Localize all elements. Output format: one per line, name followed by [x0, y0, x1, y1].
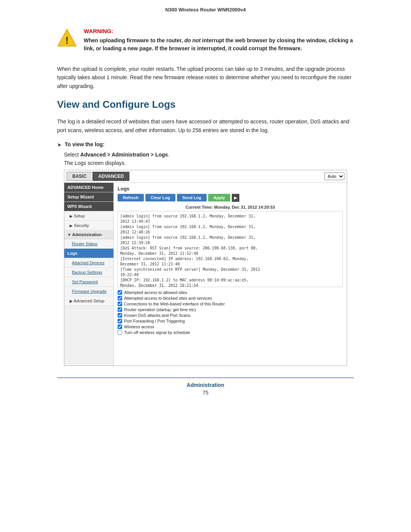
checkbox-dos-attacks-label: Known DoS attacks and Port Scans: [124, 313, 190, 318]
warning-label: WARNING:: [84, 28, 354, 34]
footer-page-number: 75: [57, 390, 354, 396]
section-heading: View and Configure Logs: [57, 99, 354, 110]
checkbox-allowed-sites-label: Attempted access to allowed sites: [124, 290, 187, 295]
tab-basic[interactable]: BASIC: [67, 172, 92, 181]
sidebar-item-attached-devices[interactable]: Attached Devices: [64, 258, 113, 268]
router-ui: BASIC ADVANCED Auto ADVANCED Home Setup …: [64, 170, 347, 366]
checkbox-allowed-sites-input[interactable]: [118, 290, 122, 295]
bullet-arrow-icon: ➤: [57, 142, 62, 148]
auto-select[interactable]: Auto: [324, 173, 344, 180]
checkbox-web-interface-label: Connections to the Web-based interface o…: [124, 302, 225, 306]
router-topnav: BASIC ADVANCED Auto: [64, 170, 347, 183]
instruction-text: To view the log:: [65, 141, 105, 147]
select-instruction: Select Advanced > Administration > Logs.: [64, 152, 354, 158]
checkbox-web-interface-input[interactable]: [118, 302, 122, 306]
checkbox-blocked-sites: Attempted access to blocked sites and se…: [118, 296, 343, 300]
checkbox-dos-attacks: Known DoS attacks and Port Scans: [118, 313, 343, 318]
router-body: ADVANCED Home Setup Wizard WPS Wizard ▶ …: [64, 183, 347, 366]
sidebar-item-setup[interactable]: ▶ Setup: [64, 211, 113, 221]
checkbox-port-forwarding: Port Forwarding / Port Triggering: [118, 319, 343, 323]
logs-title: Logs: [118, 186, 343, 192]
select-suffix: .: [168, 152, 169, 158]
checkbox-router-operation-input[interactable]: [118, 307, 122, 312]
checkbox-wireless-access: Wireless access: [118, 324, 343, 329]
sidebar-item-router-status[interactable]: Router Status: [64, 239, 113, 249]
warning-text: WARNING: When uploading firmware to the …: [84, 28, 354, 53]
sidebar-item-advanced-home[interactable]: ADVANCED Home: [64, 183, 113, 192]
footer-admin-label: Administration: [57, 382, 354, 388]
upload-paragraph: When the upload is complete, your router…: [57, 65, 354, 90]
select-prefix: Select: [64, 152, 80, 158]
apply-button[interactable]: Apply: [208, 194, 231, 201]
select-bold: Advanced > Administration > Logs: [80, 152, 168, 158]
router-sidebar: ADVANCED Home Setup Wizard WPS Wizard ▶ …: [64, 183, 114, 366]
send-log-button[interactable]: Send Log: [177, 194, 207, 201]
checkbox-dos-attacks-input[interactable]: [118, 313, 122, 318]
checkbox-wireless-schedule-input[interactable]: [118, 330, 122, 335]
warning-body: When uploading firmware to the router, d…: [84, 37, 354, 53]
checkbox-wireless-schedule: Turn off wireless signal by schedule: [118, 330, 343, 335]
refresh-button[interactable]: Refresh: [118, 194, 144, 201]
current-time: Current Time: Monday, Dec 31, 2012 14:20…: [118, 205, 343, 209]
checkbox-wireless-schedule-label: Turn off wireless signal by schedule: [124, 330, 190, 335]
sidebar-item-backup-settings[interactable]: Backup Settings: [64, 268, 113, 277]
sidebar-item-wps-wizard[interactable]: WPS Wizard: [64, 202, 113, 211]
router-tabs: BASIC ADVANCED: [67, 172, 129, 181]
warning-box: ! WARNING: When uploading firmware to th…: [57, 24, 354, 56]
sidebar-item-firmware-upgrade[interactable]: Firmware Upgrade: [64, 287, 113, 296]
sidebar-section-administration: ▼ Administration: [64, 230, 113, 239]
router-main-content: Logs Refresh Clear Log Send Log Apply ▶ …: [114, 183, 347, 366]
sidebar-item-advanced-setup[interactable]: ▶ Advanced Setup: [64, 296, 113, 306]
checkbox-blocked-sites-label: Attempted access to blocked sites and se…: [124, 296, 212, 300]
apply-arrow-button[interactable]: ▶: [232, 194, 239, 202]
checkbox-blocked-sites-input[interactable]: [118, 296, 122, 300]
checkbox-allowed-sites: Attempted access to allowed sites: [118, 290, 343, 295]
logs-button-bar: Refresh Clear Log Send Log Apply ▶: [118, 194, 343, 202]
svg-text:!: !: [65, 35, 69, 46]
intro-paragraph: The log is a detailed record of websites…: [57, 117, 354, 134]
sidebar-item-setup-wizard[interactable]: Setup Wizard: [64, 192, 113, 202]
warning-triangle-icon: !: [57, 28, 77, 48]
checkbox-router-operation-label: Router operation (startup, get time etc): [124, 307, 196, 312]
sidebar-item-security[interactable]: ▶ Security: [64, 221, 113, 230]
sidebar-item-set-password[interactable]: Set Password: [64, 277, 113, 287]
checkbox-web-interface: Connections to the Web-based interface o…: [118, 302, 343, 306]
screen-displays-label: The Logs screen displays.: [64, 160, 354, 166]
sidebar-item-logs[interactable]: Logs: [64, 249, 113, 258]
instruction-bullet: ➤ To view the log:: [57, 141, 354, 148]
log-textarea[interactable]: [admin login] from source 192.168.1.2, M…: [118, 211, 343, 287]
checkbox-port-forwarding-label: Port Forwarding / Port Triggering: [124, 319, 185, 323]
checkboxes-section: Attempted access to allowed sites Attemp…: [118, 290, 343, 335]
tab-advanced[interactable]: ADVANCED: [92, 172, 129, 181]
checkbox-router-operation: Router operation (startup, get time etc): [118, 307, 343, 312]
warning-icon: !: [57, 28, 77, 48]
clear-log-button[interactable]: Clear Log: [145, 194, 175, 201]
header-title: N300 Wireless Router WNR2000v4: [165, 7, 246, 13]
page-footer: Administration 75: [57, 377, 354, 396]
page-header: N300 Wireless Router WNR2000v4: [0, 0, 411, 16]
checkbox-port-forwarding-input[interactable]: [118, 319, 122, 323]
router-auto: Auto: [324, 173, 344, 180]
checkbox-wireless-access-label: Wireless access: [124, 324, 154, 329]
checkbox-wireless-access-input[interactable]: [118, 324, 122, 329]
content-area: ! WARNING: When uploading firmware to th…: [42, 16, 369, 411]
